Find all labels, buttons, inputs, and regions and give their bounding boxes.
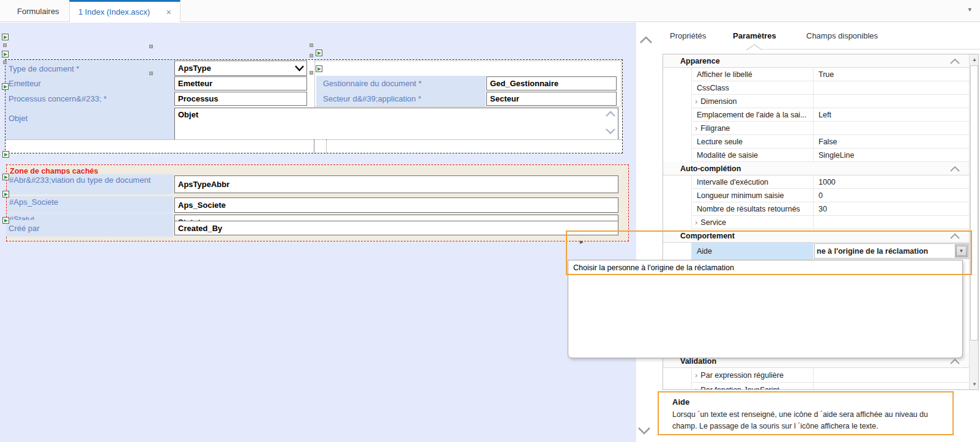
property-value[interactable]: 30 (814, 202, 827, 215)
collapse-chevron-icon[interactable] (949, 58, 960, 65)
section-title: Comportement (680, 232, 735, 240)
form-designer-canvas[interactable]: Type de document * Emetteur Processus co… (0, 23, 636, 442)
field-binding-icon (2, 174, 9, 180)
tab-champs-disponibles[interactable]: Champs disponibles (806, 31, 878, 40)
field-binding-icon (2, 83, 9, 90)
field-objet-value: Objet (178, 110, 198, 119)
field-created-by[interactable]: Created_By (174, 221, 618, 235)
expand-chevron-icon[interactable]: › (695, 370, 697, 380)
form-container[interactable]: Type de document * Emetteur Processus co… (5, 59, 623, 153)
property-label: Emplacement de l'aide à la sai... (692, 108, 814, 121)
property-row[interactable]: Intervalle d'exécution 1000 (691, 175, 969, 189)
scrollbar-up-button[interactable]: ▲ (970, 54, 979, 65)
aide-editor-popup[interactable]: Choisir la personne à l'origine de la ré… (568, 260, 963, 358)
property-value[interactable] (814, 216, 819, 229)
property-value[interactable] (814, 95, 819, 108)
selection-handle[interactable] (310, 71, 313, 75)
field-secteur-value: Secteur (490, 94, 519, 103)
expand-chevron-icon[interactable]: › (695, 385, 697, 390)
section-autocompletion[interactable]: Auto-complétion (663, 162, 969, 175)
tab-formulaires[interactable]: Formulaires (0, 0, 69, 22)
property-label: Dimension (700, 97, 737, 106)
label-secteur[interactable]: Secteur d&#39;application * (323, 94, 421, 103)
scrollbar-thumb[interactable] (970, 65, 978, 341)
label-gestionnaire[interactable]: Gestionnaire du document * (323, 79, 421, 88)
property-row[interactable]: ›Dimension (691, 95, 969, 108)
field-aps-societe[interactable]: Aps_Societe (174, 197, 618, 213)
property-value[interactable]: False (814, 135, 837, 148)
property-value[interactable]: SingleLine (814, 149, 854, 161)
selection-handle[interactable] (149, 72, 153, 75)
label-societe: #Aps_Societe (7, 196, 173, 207)
expand-chevron-icon[interactable]: › (695, 123, 697, 133)
aide-popup-text[interactable]: Choisir la personne à l'origine de la ré… (573, 263, 734, 272)
collapse-chevron-icon[interactable] (949, 358, 960, 365)
property-row[interactable]: Longueur minimum saisie 0 (691, 189, 969, 202)
collapse-chevron-icon[interactable] (949, 166, 960, 172)
scrollbar-down-button[interactable]: ▼ (970, 379, 979, 389)
selection-handle[interactable] (310, 54, 313, 57)
tab-overflow-icon[interactable]: ▾ (968, 6, 971, 13)
property-row[interactable]: Modalité de saisie SingleLine (691, 149, 969, 162)
tab-parametres[interactable]: Paramètres (733, 31, 776, 40)
label-processus[interactable]: Processus concern&#233; * (9, 94, 106, 103)
field-apstype-value: ApsType (178, 64, 211, 73)
property-row[interactable]: ›Par expression régulière (691, 368, 969, 383)
property-row-aide[interactable]: Aide ne à l'origine de la réclamation ▼ (691, 243, 969, 260)
label-cell-abbr[interactable]: #Abr&#233;viation du type de document (7, 174, 173, 194)
selection-handle[interactable] (3, 61, 7, 64)
field-apstypeabbr[interactable]: ApsTypeAbbr (174, 175, 618, 193)
label-type-document[interactable]: Type de document * (9, 64, 80, 73)
property-value[interactable]: True (814, 68, 834, 81)
label-cell-cree-par[interactable]: Créé par (6, 220, 173, 237)
close-icon[interactable]: × (166, 7, 171, 17)
property-label: Longueur minimum saisie (692, 189, 814, 202)
property-value[interactable]: 1000 (814, 175, 836, 188)
canvas-scroll-up-icon[interactable] (639, 35, 653, 45)
collapse-chevron-icon[interactable] (949, 233, 960, 240)
selection-handle[interactable] (310, 43, 313, 47)
property-label: Nombre de résultats retournés (692, 202, 814, 215)
expand-chevron-icon[interactable]: › (695, 218, 697, 227)
expand-chevron-icon[interactable]: › (695, 97, 697, 106)
property-row[interactable]: Nombre de résultats retournés 30 (691, 202, 969, 216)
property-value[interactable]: Left (814, 108, 831, 121)
field-emetteur[interactable]: Emetteur (174, 76, 307, 90)
property-row[interactable]: Emplacement de l'aide à la sai... Left (691, 108, 969, 122)
field-gestionnaire[interactable]: Ged_Gestionnaire (486, 76, 617, 90)
splitter-arrow-icon[interactable]: ▸ (580, 238, 584, 246)
canvas-scroll-down-icon[interactable] (637, 426, 651, 435)
selection-handle[interactable] (3, 43, 7, 47)
aide-value-editor[interactable]: ne à l'origine de la réclamation ▼ (814, 243, 969, 259)
property-row[interactable]: CssClass (691, 81, 969, 95)
property-row[interactable]: ›Par fonction JavaScript (691, 383, 969, 390)
property-value[interactable] (814, 122, 819, 134)
field-aps-societe-value: Aps_Societe (178, 201, 226, 210)
dropdown-chevron-icon[interactable] (295, 65, 304, 72)
field-processus[interactable]: Processus (174, 92, 307, 106)
property-row[interactable]: Afficher le libellé True (691, 68, 969, 81)
field-secteur[interactable]: Secteur (486, 92, 617, 106)
label-objet[interactable]: Objet (9, 114, 28, 123)
tab-proprietes[interactable]: Propriétés (670, 31, 706, 40)
tab-index[interactable]: 1 Index (Index.ascx) × (69, 0, 180, 22)
grid-scrollbar[interactable]: ▲ ▼ (969, 54, 979, 390)
section-comportement[interactable]: Comportement (663, 229, 969, 243)
textarea-scroll-down-icon[interactable] (605, 128, 616, 134)
label-cell-societe[interactable]: #Aps_Societe (7, 196, 173, 213)
field-objet-textarea[interactable]: Objet (174, 108, 618, 142)
property-value[interactable] (814, 368, 819, 382)
property-row[interactable]: ›Filigrane (691, 122, 969, 135)
property-row[interactable]: Lecture seule False (691, 135, 969, 149)
aide-dropdown-button[interactable]: ▼ (955, 245, 968, 257)
field-binding-icon (2, 34, 9, 40)
property-value[interactable] (814, 383, 819, 390)
field-apstype-select[interactable]: ApsType (174, 61, 307, 76)
property-row[interactable]: ›Service (691, 216, 969, 229)
section-apparence[interactable]: Apparence (663, 54, 969, 68)
property-value[interactable]: 0 (814, 189, 823, 202)
label-emetteur[interactable]: Emetteur (9, 79, 41, 88)
selection-handle[interactable] (149, 45, 153, 48)
property-value[interactable] (814, 81, 819, 94)
textarea-scroll-up-icon[interactable] (605, 111, 616, 117)
